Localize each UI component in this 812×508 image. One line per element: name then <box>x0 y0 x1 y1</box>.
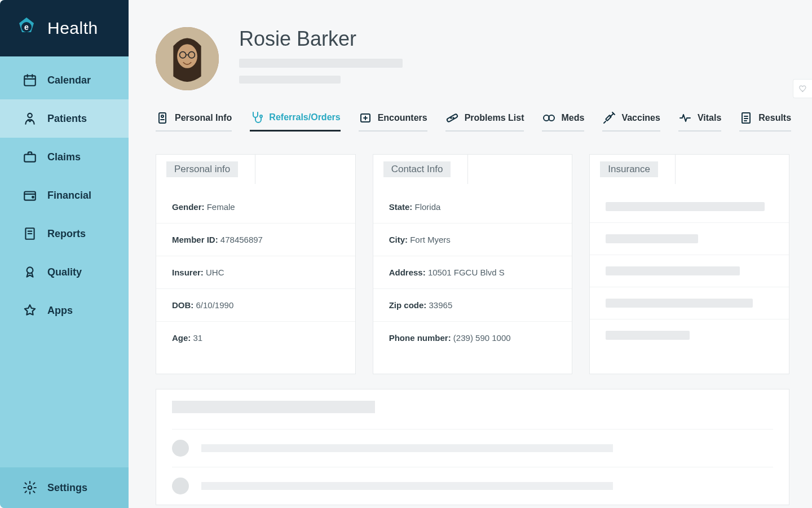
sidebar-item-label: Claims <box>47 151 81 163</box>
tab-label: Referrals/Orders <box>269 112 340 122</box>
placeholder-line <box>239 59 403 68</box>
card-contact-info: Contact Info State: Florida City: Fort M… <box>373 154 573 374</box>
encounter-icon <box>359 111 372 125</box>
sidebar-item-quality[interactable]: Quality <box>0 253 129 291</box>
tab-label: Encounters <box>378 113 427 123</box>
sidebar-nav: Calendar Patients Claims Financial Repor… <box>0 56 129 467</box>
sidebar-item-label: Apps <box>47 305 73 317</box>
svg-text:e: e <box>24 23 29 32</box>
sidebar-item-label: Reports <box>47 228 86 240</box>
id-card-icon <box>156 111 169 125</box>
sidebar-item-patients[interactable]: Patients <box>0 99 129 138</box>
list-item[interactable] <box>172 467 773 505</box>
placeholder-line <box>201 444 613 452</box>
bandage-icon <box>445 111 459 125</box>
avatar-placeholder-icon <box>172 478 189 494</box>
field-dob: DOB: 6/10/1990 <box>156 288 355 321</box>
svg-rect-35 <box>606 115 611 121</box>
report-icon <box>23 226 37 241</box>
stethoscope-icon <box>250 111 263 124</box>
tab-encounters[interactable]: Encounters <box>359 111 427 132</box>
svg-line-36 <box>604 121 606 123</box>
svg-point-9 <box>32 196 34 198</box>
sidebar-item-apps[interactable]: Apps <box>0 291 129 330</box>
card-title: Personal info <box>166 161 238 177</box>
sidebar-item-label: Patients <box>47 113 87 125</box>
patient-avatar <box>156 27 219 90</box>
field-gender: Gender: Female <box>156 189 355 223</box>
tab-label: Vitals <box>698 113 721 123</box>
svg-rect-28 <box>447 113 458 122</box>
briefcase-icon <box>23 150 37 164</box>
tab-meds[interactable]: Meds <box>542 111 584 132</box>
svg-point-14 <box>28 486 32 490</box>
brand-logo-icon: e <box>14 15 39 41</box>
placeholder-row <box>590 189 789 222</box>
sidebar-item-label: Calendar <box>47 75 91 86</box>
tab-vitals[interactable]: Vitals <box>678 111 721 132</box>
sidebar: e Health Calendar Patients Claims Financ… <box>0 0 129 508</box>
brand-name: Health <box>47 19 98 38</box>
placeholder-line <box>239 76 341 84</box>
patient-icon <box>23 111 37 126</box>
patient-tabs: Personal Info Referrals/Orders Encounter… <box>156 111 789 132</box>
sidebar-item-calendar[interactable]: Calendar <box>0 61 129 99</box>
avatar-placeholder-icon <box>172 440 189 457</box>
pills-icon <box>542 111 555 125</box>
sidebar-item-reports[interactable]: Reports <box>0 214 129 253</box>
tab-label: Personal Info <box>175 113 232 123</box>
tab-referrals-orders[interactable]: Referrals/Orders <box>250 111 340 132</box>
tab-problems-list[interactable]: Problems List <box>445 111 524 132</box>
sidebar-item-label: Settings <box>47 482 87 494</box>
svg-point-30 <box>453 117 454 119</box>
field-age: Age: 31 <box>156 321 355 354</box>
placeholder-title <box>172 401 375 413</box>
sidebar-item-label: Financial <box>47 190 91 202</box>
tab-label: Problems List <box>465 113 524 123</box>
tab-label: Vaccines <box>621 113 660 123</box>
heart-icon <box>798 84 807 93</box>
card-title: Contact Info <box>383 161 451 177</box>
gear-icon <box>23 480 37 495</box>
field-address: Address: 10501 FGCU Blvd S <box>373 256 572 288</box>
svg-point-6 <box>28 113 32 118</box>
tab-label: Meds <box>561 113 584 123</box>
svg-rect-2 <box>24 76 36 85</box>
sidebar-item-claims[interactable]: Claims <box>0 138 129 176</box>
patient-name: Rosie Barker <box>239 27 403 51</box>
sidebar-item-settings[interactable]: Settings <box>0 467 129 508</box>
activity-list <box>156 389 789 505</box>
placeholder-row <box>590 287 789 319</box>
placeholder-row <box>590 222 789 255</box>
svg-point-24 <box>260 115 262 117</box>
tab-personal-info[interactable]: Personal Info <box>156 111 232 132</box>
card-title: Insurance <box>600 161 658 177</box>
badge-icon <box>23 265 37 279</box>
main-content: Rosie Barker Personal Info Referrals/Ord… <box>129 0 812 508</box>
sidebar-item-financial[interactable]: Financial <box>0 176 129 214</box>
pulse-icon <box>678 111 692 125</box>
placeholder-line <box>201 482 613 490</box>
info-cards: Personal info Gender: Female Member ID: … <box>156 154 789 374</box>
field-phone: Phone number: (239) 590 1000 <box>373 321 572 354</box>
brand: e Health <box>0 0 129 56</box>
list-item[interactable] <box>172 429 773 467</box>
field-state: State: Florida <box>373 189 572 223</box>
sidebar-item-label: Quality <box>47 266 82 278</box>
patient-info: Rosie Barker <box>239 27 403 84</box>
svg-point-22 <box>161 115 164 117</box>
tab-results[interactable]: Results <box>739 111 791 132</box>
document-icon <box>739 111 753 125</box>
card-personal-info: Personal info Gender: Female Member ID: … <box>156 154 356 374</box>
placeholder-row <box>590 319 789 351</box>
field-zip: Zip code: 33965 <box>373 288 572 321</box>
calendar-icon <box>23 73 37 87</box>
wallet-icon <box>23 188 37 203</box>
favorite-toggle[interactable] <box>793 79 812 98</box>
field-city: City: Fort Myers <box>373 223 572 256</box>
syringe-icon <box>602 111 616 125</box>
placeholder-row <box>590 255 789 287</box>
card-insurance: Insurance <box>589 154 789 374</box>
tab-vaccines[interactable]: Vaccines <box>602 111 660 132</box>
field-member-id: Member ID: 478456897 <box>156 223 355 256</box>
